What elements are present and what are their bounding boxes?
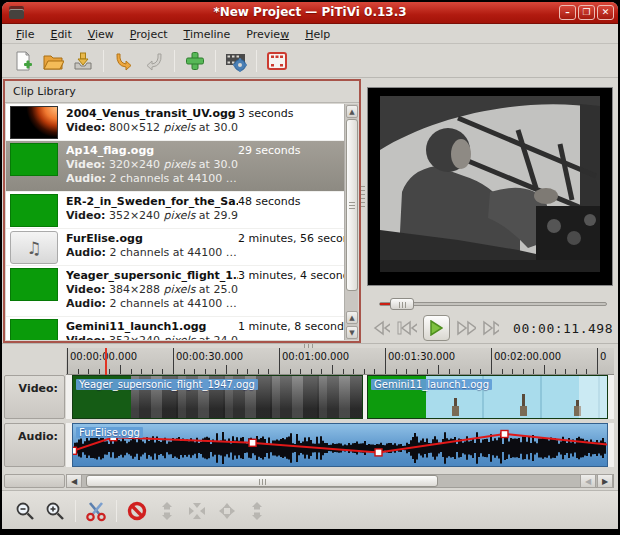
seek-slider[interactable]	[379, 296, 607, 310]
ruler-minor-tick	[353, 369, 354, 374]
open-project-button[interactable]	[38, 47, 68, 75]
main-toolbar	[2, 44, 618, 78]
seek-forward-icon[interactable]	[482, 320, 499, 336]
scroll-left2-icon[interactable]: ◀	[580, 474, 596, 488]
audio-clip-furelise[interactable]: FurElise.ogg	[72, 423, 608, 467]
previous-frame-icon[interactable]	[396, 320, 416, 336]
ruler-minor-tick	[438, 365, 439, 374]
split-clip-button[interactable]	[81, 497, 111, 525]
maximize-button[interactable]: ❐	[578, 5, 595, 20]
render-project-button[interactable]	[262, 47, 292, 75]
zoom-in-icon	[45, 501, 65, 521]
scroll-right-icon[interactable]: ▶	[597, 474, 613, 488]
ruler-minor-tick	[449, 369, 450, 374]
clip-list[interactable]: 2004_Venus_transit_UV.oggVideo: 800×512 …	[6, 104, 344, 340]
ungroup-button[interactable]	[212, 497, 242, 525]
film-gear-icon	[225, 50, 247, 72]
menu-edit[interactable]: Edit	[42, 26, 79, 43]
ruler-minor-tick	[99, 369, 100, 374]
seek-backward-icon[interactable]	[373, 320, 390, 336]
open-folder-icon	[42, 50, 64, 72]
clip-duration: 3 seconds	[238, 106, 293, 138]
scrollbar-thumb[interactable]	[86, 475, 438, 487]
ruler-minor-tick	[205, 369, 206, 374]
align-button[interactable]	[242, 497, 272, 525]
scroll-down-icon[interactable]: ▼	[346, 326, 358, 339]
seek-handle[interactable]	[390, 298, 414, 310]
scroll-up-icon[interactable]: ▲	[346, 105, 358, 118]
zoom-in-button[interactable]	[40, 497, 70, 525]
toolbar-separator	[103, 50, 104, 72]
ruler-minor-tick	[258, 369, 259, 374]
titlebar[interactable]: *New Project — PiTiVi 0.13.3 – ❐ ✕	[2, 2, 618, 24]
volume-keyframe[interactable]	[249, 439, 256, 446]
save-project-button[interactable]	[68, 47, 98, 75]
video-track-header: Video:	[4, 375, 65, 419]
volume-keyframe[interactable]	[375, 449, 382, 456]
clip-list-scrollbar[interactable]: ▲ ▲ ▼	[344, 104, 358, 340]
clip-row[interactable]: Yeager_supersonic_flight_1…Video: 384×28…	[6, 266, 344, 317]
undo-button[interactable]	[109, 47, 139, 75]
project-settings-button[interactable]	[221, 47, 251, 75]
clip-info: Gemini11_launch1.oggVideo: 352×240 pixel…	[66, 319, 238, 340]
ruler-minor-tick	[512, 369, 513, 374]
link-button[interactable]	[152, 497, 182, 525]
clip-row[interactable]: 2004_Venus_transit_UV.oggVideo: 800×512 …	[6, 104, 344, 141]
menu-project[interactable]: Project	[122, 26, 176, 43]
ruler-label: 00:01:30.000	[388, 351, 455, 362]
volume-keyframe[interactable]	[73, 447, 77, 454]
import-clips-button[interactable]	[180, 47, 210, 75]
menu-view[interactable]: View	[80, 26, 122, 43]
redo-button[interactable]	[139, 47, 169, 75]
ruler-minor-tick	[576, 369, 577, 374]
razor-scissors-icon	[85, 500, 107, 522]
scrollbar-thumb[interactable]	[346, 119, 358, 291]
clip-row[interactable]: ♫FurElise.oggAudio: 2 channels at 44100 …	[6, 229, 344, 266]
ruler-minor-tick	[417, 369, 418, 374]
timeline-hscrollbar[interactable]: ◀ ◀ ▶	[2, 474, 618, 489]
waveform-volume-curve[interactable]	[73, 424, 608, 467]
menu-help[interactable]: Help	[297, 26, 338, 43]
playhead[interactable]	[105, 348, 107, 378]
ruler-minor-tick	[226, 365, 227, 374]
zoom-out-button[interactable]	[10, 497, 40, 525]
pane-handle[interactable]	[361, 186, 365, 210]
clip-row[interactable]: Gemini11_launch1.oggVideo: 352×240 pixel…	[6, 317, 344, 340]
video-clip-gemini[interactable]: Gemini11_launch1.ogg	[367, 375, 608, 419]
ruler-minor-tick	[364, 369, 365, 374]
ruler-minor-tick	[427, 369, 428, 374]
scroll-left-icon[interactable]: ◀	[66, 474, 82, 488]
menu-timeline[interactable]: Timeline	[176, 26, 239, 43]
menu-preview[interactable]: Preview	[238, 26, 297, 43]
clip-duration: 29 seconds	[238, 143, 300, 189]
ruler-minor-tick	[300, 369, 301, 374]
scroll-up2-icon[interactable]: ▲	[346, 311, 358, 324]
new-document-icon	[12, 50, 34, 72]
close-button[interactable]: ✕	[597, 5, 614, 20]
clip-row[interactable]: Ap14_flag.oggVideo: 320×240 pixels at 30…	[6, 141, 344, 192]
clip-detail: Video: 352×240 pixels at 29.9…	[66, 209, 238, 223]
minimize-button[interactable]: –	[559, 5, 576, 20]
play-button[interactable]	[423, 315, 450, 341]
ruler-label: 00:02:00.000	[494, 351, 561, 362]
unlink-button[interactable]	[122, 497, 152, 525]
video-clip-yeager[interactable]: Yeager_supersonic_flight_1947.ogg	[72, 375, 363, 419]
green-thumbnail	[10, 268, 58, 301]
ruler-major-tick	[279, 348, 280, 374]
green-thumbnail	[10, 194, 58, 227]
clip-duration: 1 minute, 8 seconds	[238, 319, 344, 340]
ruler-label: 00:00:00.000	[70, 351, 137, 362]
link-arrows-icon	[156, 500, 178, 522]
menu-file[interactable]: File	[8, 26, 42, 43]
ruler-minor-tick	[396, 369, 397, 374]
next-frame-icon[interactable]	[456, 320, 476, 336]
timeline-ruler[interactable]: 00:00:00.00000:00:30.00000:01:00.00000:0…	[66, 348, 614, 375]
clip-row[interactable]: ER-2_in_Sweden_for_the_Sa…Video: 352×240…	[6, 192, 344, 229]
ruler-minor-tick	[311, 369, 312, 374]
new-project-button[interactable]	[8, 47, 38, 75]
group-button[interactable]	[182, 497, 212, 525]
render-icon	[266, 50, 288, 72]
clip-detail: Video: 384×288 pixels at 25.0…	[66, 283, 238, 297]
volume-keyframe[interactable]	[501, 431, 508, 438]
ruler-minor-tick	[502, 369, 503, 374]
